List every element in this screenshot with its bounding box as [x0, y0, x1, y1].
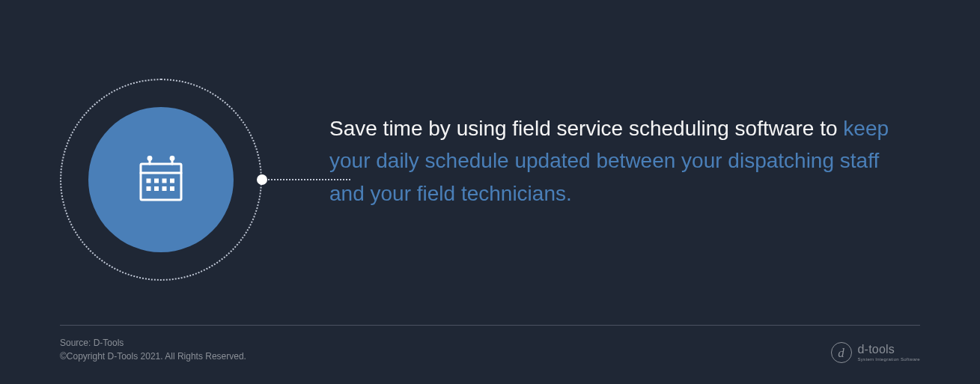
logo-tagline: System Integration Software	[858, 357, 920, 362]
icon-circle	[88, 107, 234, 252]
logo-text: d-tools System Integration Software	[858, 344, 920, 362]
svg-rect-6	[147, 179, 151, 183]
footer-row: Source: D-Tools ©Copyright D-Tools 2021.…	[60, 336, 920, 363]
footer-rule	[60, 325, 920, 326]
connector-node	[257, 174, 267, 185]
svg-rect-8	[162, 179, 167, 183]
svg-rect-13	[170, 186, 174, 191]
footer-text: Source: D-Tools ©Copyright D-Tools 2021.…	[60, 336, 246, 363]
brand-logo: d d-tools System Integration Software	[831, 342, 920, 363]
svg-rect-9	[170, 179, 174, 183]
logo-mark: d	[831, 342, 852, 363]
svg-rect-11	[154, 186, 159, 191]
calendar-icon	[134, 153, 188, 207]
source-line: Source: D-Tools	[60, 336, 246, 350]
graphic-block	[0, 0, 329, 322]
svg-point-4	[148, 157, 151, 160]
svg-rect-12	[162, 186, 167, 191]
copyright-line: ©Copyright D-Tools 2021. All Rights Rese…	[60, 350, 246, 363]
slide: Save time by using field service schedul…	[0, 0, 980, 384]
svg-rect-7	[154, 179, 159, 183]
footer: Source: D-Tools ©Copyright D-Tools 2021.…	[60, 325, 920, 363]
svg-rect-10	[147, 186, 151, 191]
logo-name: d-tools	[858, 344, 920, 356]
body-copy: Save time by using field service schedul…	[329, 112, 980, 210]
copy-plain: Save time by using field service schedul…	[329, 117, 843, 140]
connector-line	[268, 179, 350, 180]
main-content: Save time by using field service schedul…	[0, 0, 980, 322]
svg-point-5	[171, 157, 174, 160]
